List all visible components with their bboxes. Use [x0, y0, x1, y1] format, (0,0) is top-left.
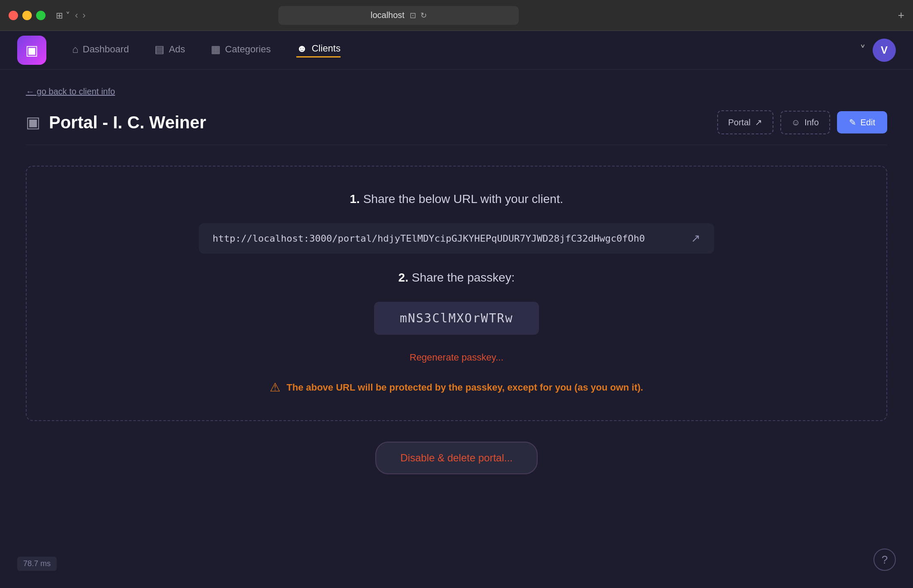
url-display-box: http://localhost:3000/portal/hdjyTElMDYc… [199, 223, 714, 254]
page-title-group: ▣ Portal - I. C. Weiner [26, 113, 206, 132]
nav-label-clients: Clients [312, 43, 341, 54]
portal-icon: ▣ [26, 113, 40, 131]
ads-icon: ▤ [155, 43, 164, 55]
url-external-link-icon[interactable]: ↗ [691, 232, 700, 245]
portal-url[interactable]: http://localhost:3000/portal/hdjyTElMDYc… [213, 233, 682, 244]
warning-text: The above URL will be protected by the p… [286, 382, 643, 393]
browser-chrome: ⊞ ˅ ‹ › localhost ⊡ ↻ + [0, 0, 913, 31]
avatar[interactable]: V [873, 39, 896, 62]
nav-label-dashboard: Dashboard [83, 44, 129, 55]
top-nav: ▣ ⌂ Dashboard ▤ Ads ▦ Categories ☻ Clien… [0, 31, 913, 70]
header-actions: Portal ↗ ☺ Info ✎ Edit [717, 110, 888, 134]
warning-row: ⚠ The above URL will be protected by the… [270, 380, 643, 394]
passkey-box: mNS3ClMXOrWTRw [374, 302, 539, 335]
url-bar[interactable]: localhost ⊡ ↻ [278, 6, 519, 25]
step1-number: 1. [350, 192, 360, 206]
home-icon: ⌂ [72, 43, 79, 55]
step1-text: 1. Share the below URL with your client. [350, 192, 563, 206]
passkey-value: mNS3ClMXOrWTRw [400, 311, 513, 325]
info-card: 1. Share the below URL with your client.… [26, 166, 887, 421]
app-logo[interactable]: ▣ [17, 36, 46, 65]
nav-label-categories: Categories [225, 44, 271, 55]
nav-item-ads[interactable]: ▤ Ads [155, 43, 185, 57]
url-icons: ⊡ ↻ [410, 11, 427, 20]
close-button[interactable] [9, 11, 18, 20]
regenerate-passkey-link[interactable]: Regenerate passkey... [410, 352, 504, 363]
categories-icon: ▦ [211, 43, 221, 55]
nav-arrows: ‹ › [75, 10, 86, 21]
url-display: localhost [371, 10, 405, 20]
status-bar: 78.7 ms [17, 557, 57, 571]
edit-button-label: Edit [861, 118, 875, 127]
back-arrow[interactable]: ‹ [75, 10, 78, 21]
browser-controls: ⊞ ˅ ‹ › [56, 10, 85, 21]
portal-button[interactable]: Portal ↗ [717, 110, 773, 134]
nav-more-icon[interactable]: ˅ [860, 43, 866, 57]
page-header: ▣ Portal - I. C. Weiner Portal ↗ ☺ Info … [26, 110, 887, 145]
maximize-button[interactable] [36, 11, 46, 20]
logo-icon: ▣ [25, 42, 38, 58]
nav-items: ⌂ Dashboard ▤ Ads ▦ Categories ☻ Clients [72, 42, 860, 58]
info-icon: ☺ [791, 118, 800, 127]
back-link[interactable]: ← go back to client info [26, 87, 887, 97]
info-button[interactable]: ☺ Info [780, 111, 830, 134]
nav-right: ˅ V [860, 39, 896, 62]
step1-description: Share the below URL with your client. [363, 192, 563, 206]
nav-item-categories[interactable]: ▦ Categories [211, 43, 271, 57]
sidebar-toggle[interactable]: ⊞ ˅ [56, 10, 70, 21]
refresh-icon[interactable]: ↻ [420, 11, 427, 20]
nav-label-ads: Ads [169, 44, 185, 55]
external-link-icon: ↗ [755, 117, 762, 127]
nav-item-dashboard[interactable]: ⌂ Dashboard [72, 43, 129, 57]
page-title: Portal - I. C. Weiner [49, 113, 206, 132]
minimize-button[interactable] [22, 11, 32, 20]
edit-button[interactable]: ✎ Edit [837, 111, 887, 133]
clients-icon: ☻ [296, 42, 307, 55]
step2-text: 2. Share the passkey: [399, 271, 515, 285]
nav-item-clients[interactable]: ☻ Clients [296, 42, 341, 58]
edit-icon: ✎ [849, 117, 856, 127]
app: ▣ ⌂ Dashboard ▤ Ads ▦ Categories ☻ Clien… [0, 31, 913, 588]
forward-arrow[interactable]: › [82, 10, 85, 21]
help-button[interactable]: ? [873, 549, 896, 571]
disable-delete-button[interactable]: Disable & delete portal... [375, 442, 537, 474]
portal-button-label: Portal [728, 118, 751, 127]
main-content: ← go back to client info ▣ Portal - I. C… [0, 70, 913, 588]
traffic-lights [9, 11, 46, 20]
step2-number: 2. [399, 271, 408, 284]
new-tab-button[interactable]: + [898, 9, 904, 22]
warning-icon: ⚠ [270, 380, 280, 394]
translate-icon[interactable]: ⊡ [410, 11, 416, 20]
step2-description: Share the passkey: [412, 271, 515, 284]
info-button-label: Info [804, 118, 819, 127]
